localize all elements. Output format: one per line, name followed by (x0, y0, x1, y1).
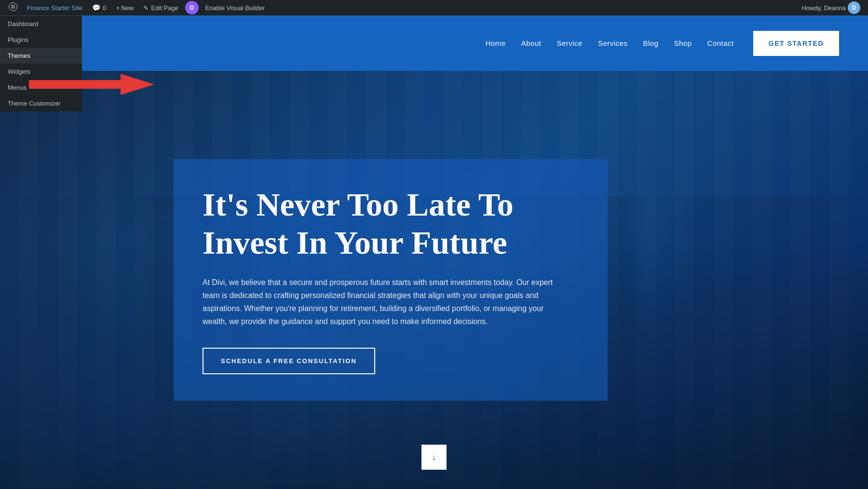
divi-icon-item: D (185, 1, 199, 14)
edit-icon: ✎ (143, 4, 149, 12)
edit-page-item[interactable]: ✎ Edit Page (138, 0, 183, 15)
howdy-label: Howdy, Deanna (801, 4, 846, 12)
get-started-button[interactable]: GET STARTED (753, 31, 839, 56)
nav-about[interactable]: About (521, 39, 542, 47)
scroll-down-icon: ↓ (432, 452, 436, 462)
hero-box: It's Never Too Late To Invest In Your Fu… (174, 159, 608, 400)
edit-page-label: Edit Page (151, 4, 178, 12)
nav-home[interactable]: Home (486, 39, 506, 47)
hero-title: It's Never Too Late To Invest In Your Fu… (203, 186, 579, 261)
hero-description: At Divi, we believe that a secure and pr… (203, 276, 569, 328)
site-nav: Home About Service Services Blog Shop Co… (486, 39, 734, 47)
visual-builder-label: Enable Visual Builder (205, 4, 265, 12)
admin-bar: Finance Starter Site 💬 0 + New ✎ Edit Pa… (0, 0, 868, 15)
red-arrow-svg (29, 74, 154, 95)
comment-icon: 💬 (92, 4, 100, 12)
new-item[interactable]: + New (111, 0, 138, 15)
wp-logo-item[interactable] (4, 0, 22, 15)
site-name-item[interactable]: Finance Starter Site (22, 0, 87, 15)
arrow-indicator (29, 74, 154, 95)
nav-shop[interactable]: Shop (674, 39, 692, 47)
menu-item-themes[interactable]: Themes (0, 48, 82, 64)
menu-item-plugins[interactable]: Plugins (0, 32, 82, 48)
schedule-consultation-button[interactable]: SCHEDULE A FREE CONSULTATION (203, 348, 375, 374)
comments-count: 0 (103, 4, 106, 12)
hero-content: It's Never Too Late To Invest In Your Fu… (145, 71, 723, 489)
admin-bar-right: Howdy, Deanna D (801, 1, 864, 14)
site-name-label: Finance Starter Site (27, 4, 82, 12)
comments-item[interactable]: 💬 0 (87, 0, 111, 15)
scroll-down-button[interactable]: ↓ (421, 445, 447, 470)
svg-marker-2 (29, 74, 154, 95)
menu-item-theme-customizer[interactable]: Theme Customizer (0, 95, 82, 111)
nav-blog[interactable]: Blog (643, 39, 658, 47)
nav-services[interactable]: Services (598, 39, 628, 47)
new-label: + New (116, 4, 134, 12)
dropdown-menu: Dashboard Plugins Themes Widgets Menus T… (0, 15, 82, 111)
avatar[interactable]: D (848, 1, 860, 14)
site-header: D divi Home About Service Services Blog … (0, 15, 868, 71)
visual-builder-item[interactable]: Enable Visual Builder (201, 0, 270, 15)
wp-icon (9, 2, 17, 14)
menu-item-dashboard[interactable]: Dashboard (0, 16, 82, 32)
nav-contact[interactable]: Contact (707, 39, 734, 47)
nav-service[interactable]: Service (556, 39, 583, 47)
hero-section: It's Never Too Late To Invest In Your Fu… (0, 71, 868, 489)
avatar-initials: D (852, 4, 856, 11)
